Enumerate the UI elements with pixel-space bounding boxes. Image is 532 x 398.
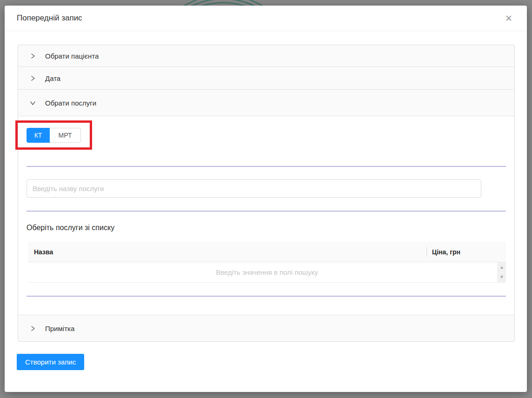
accordion-section-note: Примітка [18, 315, 514, 341]
create-record-button[interactable]: Створити запис [17, 354, 84, 370]
chevron-right-icon [30, 75, 36, 81]
section-divider [27, 166, 506, 167]
column-header-price: Ціна, грн [426, 247, 506, 257]
chevron-right-icon [30, 53, 36, 59]
column-separator [426, 247, 427, 257]
services-table: Назва Ціна, грн Введіть значення в полі … [28, 242, 506, 283]
modal-title: Попередній запис [17, 13, 82, 23]
service-search-input[interactable] [27, 179, 481, 198]
accordion-section-date: Дата [18, 66, 514, 89]
accordion-label: Обрати пацієнта [45, 52, 99, 60]
accordion-label: Дата [45, 74, 60, 82]
accordion-section-services: Обрати послуги КТ МРТ Оберіть послуги зі… [18, 89, 514, 315]
section-divider [27, 211, 506, 212]
scroll-down-icon[interactable]: ▼ [498, 273, 505, 282]
chevron-down-icon [30, 100, 36, 106]
accordion-label: Обрати послуги [45, 99, 96, 107]
column-header-name: Назва [28, 248, 426, 256]
column-header-price-label: Ціна, грн [432, 248, 460, 256]
accordion-header-patient[interactable]: Обрати пацієнта [18, 45, 514, 66]
section-divider [27, 296, 506, 297]
table-header-row: Назва Ціна, грн [28, 242, 506, 262]
toggle-mrt-button[interactable]: МРТ [50, 128, 81, 143]
appointment-modal: Попередній запис ✕ Обрати пацієнта Дата … [5, 6, 527, 392]
form-accordion: Обрати пацієнта Дата Обрати послуги КТ М… [18, 45, 515, 342]
accordion-header-note[interactable]: Примітка [18, 315, 514, 341]
chevron-right-icon [30, 325, 36, 332]
table-scrollbar[interactable]: ▲ ▼ [497, 262, 506, 282]
service-list-label: Оберіть послуги зі списку [27, 224, 114, 232]
modal-header: Попередній запис ✕ [5, 6, 527, 31]
toggle-kt-button[interactable]: КТ [27, 128, 50, 143]
accordion-header-date[interactable]: Дата [18, 67, 514, 89]
table-empty-row: Введіть значення в полі пошуку ▲ ▼ [28, 262, 506, 283]
accordion-label: Примітка [45, 325, 74, 332]
services-panel: КТ МРТ Оберіть послуги зі списку Назва Ц… [18, 116, 514, 315]
modality-toggle: КТ МРТ [27, 128, 81, 143]
close-icon[interactable]: ✕ [504, 13, 513, 24]
table-empty-message: Введіть значення в полі пошуку [216, 268, 318, 276]
scroll-up-icon[interactable]: ▲ [498, 263, 505, 272]
accordion-header-services[interactable]: Обрати послуги [18, 90, 514, 116]
accordion-section-patient: Обрати пацієнта [18, 45, 514, 66]
